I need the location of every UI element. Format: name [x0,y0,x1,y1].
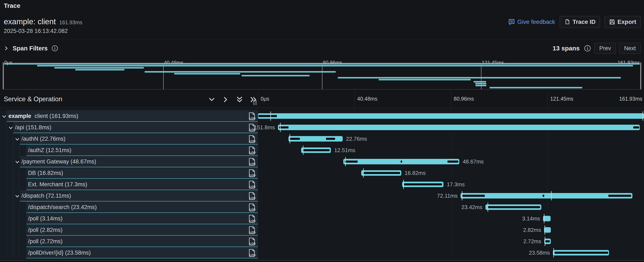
span-row[interactable]: /api (151.8ms) LOG 151.8ms [0,122,644,133]
chevron-down-icon[interactable] [14,193,20,199]
span-row[interactable]: /poll (2.82ms) LOG 2.82ms [0,224,644,236]
chevron-down-icon[interactable] [14,159,20,165]
span-timeline-cell[interactable]: 2.72ms [258,236,644,247]
log-marker-band [633,126,639,128]
span-row[interactable]: /poll (3.14ms) LOG 3.14ms [0,213,644,224]
log-tick [545,237,545,246]
column-resize-handle[interactable] [254,100,256,105]
minimap-right-handle[interactable] [640,62,641,90]
indent-gutter [0,179,26,190]
span-name-cell[interactable]: /poll (2.82ms) LOG [0,224,258,236]
span-row[interactable]: /authZ (12.51ms) LOG 12.51ms [0,144,644,156]
collapse-all-icon[interactable] [236,96,243,103]
span-name-cell[interactable]: DB (16.82ms) LOG [0,167,258,179]
chevron-down-icon[interactable] [8,125,14,131]
span-name-cell[interactable]: /api (151.8ms) LOG [0,122,258,133]
span-row[interactable]: DB (16.82ms) LOG 16.82ms [0,167,644,179]
log-icon[interactable]: LOG [248,237,256,246]
log-icon[interactable]: LOG [248,112,256,121]
give-feedback-link[interactable]: Give feedback [508,18,555,26]
expand-one-icon[interactable] [222,96,230,103]
span-name-cell[interactable]: /authN (22.76ms) LOG [0,133,258,144]
minimap-left-handle[interactable] [3,62,4,90]
span-name-cell[interactable]: /poll (2.72ms) LOG [0,236,258,247]
span-name: /pollDriver/{id} (23.58ms) [28,247,91,258]
axis-tick: 80.96ms [451,91,474,108]
trace-id-button[interactable]: Trace ID [560,16,600,28]
log-tick [551,191,552,200]
span-timeline-cell[interactable]: 22.76ms [258,133,644,144]
span-name-cell[interactable]: /authZ (12.51ms) LOG [0,144,258,156]
span-name-cell[interactable]: Ext. Merchant (17.3ms) LOG [0,179,258,190]
prev-span-button[interactable]: Prev [594,43,616,54]
span-name: /api (151.8ms) [15,122,52,133]
svg-text:LOG: LOG [250,174,256,177]
minimap-span-bar [174,73,240,74]
indent-gutter [0,167,26,179]
log-marker-band [258,115,277,117]
info-icon[interactable] [584,45,591,52]
span-duration-label: 23.58ms [529,247,550,258]
log-icon[interactable]: LOG [248,134,256,144]
span-name-cell[interactable]: /dispatch/search (23.42ms) LOG [0,202,258,213]
span-row[interactable]: /dispatch (72.11ms) LOG 72.11ms [0,190,644,202]
log-icon[interactable]: LOG [248,203,256,212]
span-timeline-cell[interactable]: 2.82ms [258,224,644,236]
span-timeline-cell[interactable]: 3.14ms [258,213,644,224]
trace-duration: 161.93ms [59,20,82,25]
span-timeline-cell[interactable]: 16.82ms [258,167,644,179]
span-timeline-cell[interactable]: 17.3ms [258,179,644,190]
panel-title: Trace [4,2,20,9]
log-icon[interactable]: LOG [248,157,256,166]
log-icon[interactable]: LOG [248,214,256,223]
chevron-down-icon[interactable] [1,114,7,120]
log-icon[interactable]: LOG [248,169,256,178]
log-icon[interactable]: LOG [248,180,256,189]
collapse-one-icon[interactable] [208,96,216,103]
span-operation: /poll (2.82ms) [28,227,63,233]
log-icon[interactable]: LOG [248,248,256,257]
span-timeline-cell[interactable]: 151.8ms [258,122,644,133]
chevron-down-icon[interactable] [14,136,20,142]
indent-gutter [0,213,26,224]
span-row[interactable]: /poll (2.72ms) LOG 2.72ms [0,236,644,247]
span-timeline-cell[interactable]: 12.51ms [258,144,644,156]
span-row[interactable]: /dispatch/search (23.42ms) LOG 23.42ms [0,202,644,213]
trace-minimap[interactable]: 0μs40.48ms80.96ms121.45ms161.93ms [3,60,641,90]
span-timeline-cell[interactable]: 48.67ms [258,156,644,167]
log-icon[interactable]: LOG [248,146,256,155]
span-name: /poll (2.82ms) [28,224,63,236]
span-name-cell[interactable]: /dispatch (72.11ms) LOG [0,190,258,202]
span-filters-toggle[interactable]: Span Filters [3,40,58,57]
log-tick [642,112,643,121]
next-span-button[interactable]: Next [619,43,641,54]
span-timeline-cell[interactable]: 72.11ms [258,190,644,202]
log-icon[interactable]: LOG [248,226,256,234]
indent-gutter [0,224,26,236]
span-bar[interactable] [278,125,640,130]
span-operation: Ext. Merchant (17.3ms) [28,181,87,188]
span-name-cell[interactable]: exampleclient (161.93ms) LOG [0,110,258,122]
span-row[interactable]: /payment Gateway (48.67ms) LOG 48.67ms [0,156,644,167]
span-timeline-cell[interactable]: 23.58ms [258,247,644,258]
span-name-cell[interactable]: /poll (3.14ms) LOG [0,213,258,224]
info-icon[interactable] [52,45,58,52]
span-row[interactable]: exampleclient (161.93ms) LOG [0,110,644,122]
span-name-cell[interactable]: /pollDriver/{id} (23.58ms) LOG [0,247,258,258]
span-operation: /poll (3.14ms) [28,216,63,222]
span-row[interactable]: /pollDriver/{id} (23.58ms) LOG 23.58ms [0,247,644,258]
export-button[interactable]: Export [604,16,641,28]
minimap-span-bar [338,77,621,78]
span-row[interactable]: Ext. Merchant (17.3ms) LOG 17.3ms [0,179,644,190]
span-timeline-cell[interactable]: 23.42ms [258,202,644,213]
span-service: example [8,113,31,120]
svg-text:LOG: LOG [250,162,256,166]
span-row[interactable]: /authN (22.76ms) LOG 22.76ms [0,133,644,144]
span-timeline-cell[interactable] [258,110,644,122]
log-icon[interactable]: LOG [248,192,256,200]
span-bar[interactable] [460,193,632,198]
span-bar[interactable] [258,113,644,119]
span-name-cell[interactable]: /payment Gateway (48.67ms) LOG [0,156,258,167]
minimap-span-bar [145,71,336,72]
span-operation: /authZ (12.51ms) [28,147,72,154]
